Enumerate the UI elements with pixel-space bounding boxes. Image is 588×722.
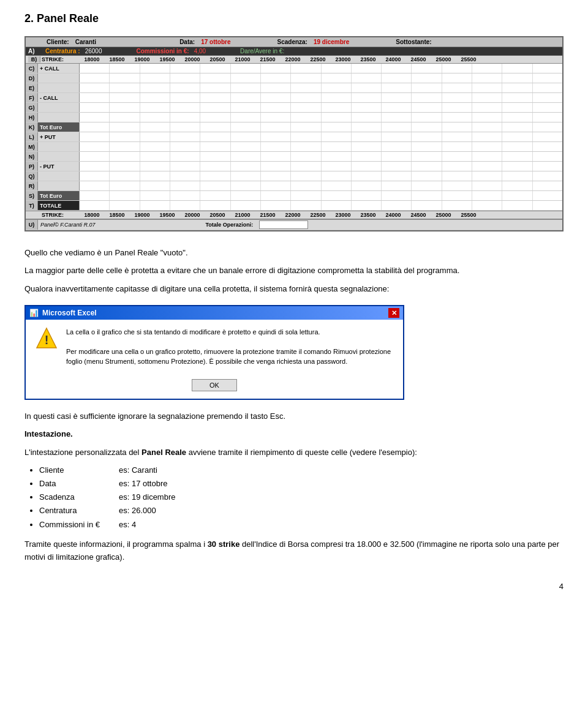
data-cell xyxy=(200,103,230,112)
data-cell xyxy=(170,152,200,161)
sv-23500: 23500 xyxy=(356,56,380,62)
data-cell xyxy=(110,122,140,132)
text3: Qualora inavvertitamente capitasse di di… xyxy=(24,282,564,295)
data-cell xyxy=(352,132,382,141)
data-cell xyxy=(291,201,321,210)
strike-label: STRIKE: xyxy=(42,56,78,62)
text5-after: avviene tramite il riempimento di queste… xyxy=(186,448,417,457)
data-cell xyxy=(140,152,170,161)
data-cell xyxy=(261,152,291,161)
data-cell xyxy=(352,181,382,190)
data-cell xyxy=(322,93,352,102)
data-cell xyxy=(442,132,472,141)
sv-19000: 19000 xyxy=(130,56,154,62)
data-cell xyxy=(231,181,261,190)
data-cell xyxy=(200,162,230,171)
data-cell xyxy=(533,152,562,161)
data-cell xyxy=(110,142,140,151)
data-cell xyxy=(352,152,382,161)
data-cell xyxy=(80,171,110,181)
row-label-cell xyxy=(38,181,80,190)
data-cell xyxy=(352,171,382,181)
data-cell xyxy=(200,122,230,132)
excel-footer-row: U) Panel© F.Caranti R.07 Totale Operazio… xyxy=(26,219,562,230)
data-cell xyxy=(442,73,472,83)
centratura-label: Centratura : xyxy=(45,48,80,55)
data-cells xyxy=(80,201,562,210)
table-row: D) xyxy=(26,73,562,83)
dialog-ok-row: OK xyxy=(26,374,403,399)
data-cell xyxy=(140,122,170,132)
sv-18500: 18500 xyxy=(105,56,129,62)
row-label-cell: TOTALE xyxy=(38,201,80,210)
text2: La maggior parte delle celle è protetta … xyxy=(24,264,564,277)
data-cell xyxy=(291,171,321,181)
data-cell xyxy=(442,171,472,181)
row-label-cell xyxy=(38,142,80,151)
dialog-close-button[interactable]: ✕ xyxy=(388,308,399,318)
data-cell xyxy=(502,191,532,200)
data-cell xyxy=(472,152,502,161)
data-cell xyxy=(291,73,321,83)
data-cell xyxy=(442,103,472,112)
data-cell xyxy=(170,73,200,83)
excel-dialog: 📊 Microsoft Excel ✕ ! La cella o il graf… xyxy=(24,305,404,400)
data-cell xyxy=(231,83,261,92)
data-cell xyxy=(412,132,442,141)
row-letter: M) xyxy=(26,142,38,151)
row-letter: G) xyxy=(26,103,38,112)
data-cell xyxy=(170,93,200,102)
data-cell xyxy=(231,93,261,102)
data-cell xyxy=(322,142,352,151)
table-row: T)TOTALE xyxy=(26,201,562,211)
data-cell xyxy=(502,171,532,181)
data-cell xyxy=(322,73,352,83)
row-label-cell xyxy=(38,73,80,83)
sv-24000: 24000 xyxy=(382,56,405,62)
row-label-cell: Tot Euro xyxy=(38,122,80,132)
data-cell xyxy=(502,113,532,122)
data-cell xyxy=(261,103,291,112)
data-cell xyxy=(412,64,442,73)
panel-copyright: Panel© F.Caranti R.07 xyxy=(40,222,96,228)
data-cell xyxy=(533,132,562,141)
data-cell xyxy=(442,122,472,132)
commissioni-label: Commissioni in €: xyxy=(137,48,189,55)
data-cell xyxy=(382,122,412,132)
list-item-value: es: 17 ottobre xyxy=(119,479,168,488)
data-cell xyxy=(261,83,291,92)
data-cell xyxy=(80,122,110,132)
data-cell xyxy=(322,83,352,92)
cliente-value: Caranti xyxy=(75,39,96,45)
data-cell xyxy=(472,181,502,190)
data-cell xyxy=(80,142,110,151)
dialog-ok-button[interactable]: OK xyxy=(192,379,237,391)
data-cell xyxy=(261,171,291,181)
excel-row-a: A) Centratura : 26000 Commissioni in €: … xyxy=(26,47,562,56)
data-cells xyxy=(80,122,562,132)
sv-21000: 21000 xyxy=(231,56,254,62)
data-cell xyxy=(110,191,140,200)
list-item-value: es: 4 xyxy=(119,520,136,529)
data-cell xyxy=(472,83,502,92)
table-row: K)Tot Euro xyxy=(26,122,562,132)
data-cell xyxy=(502,122,532,132)
data-cell xyxy=(140,142,170,151)
data-cell xyxy=(170,132,200,141)
data-cell xyxy=(80,103,110,112)
data-cell xyxy=(261,181,291,190)
table-row: N) xyxy=(26,152,562,162)
sv-19500: 19500 xyxy=(156,56,179,62)
data-cell xyxy=(80,83,110,92)
data-cell xyxy=(261,201,291,210)
sv-23000: 23000 xyxy=(331,56,355,62)
dialog-titlebar: 📊 Microsoft Excel ✕ xyxy=(26,306,403,320)
data-cell xyxy=(80,132,110,141)
data-cell xyxy=(412,191,442,200)
data-cell xyxy=(533,201,562,210)
data-cell xyxy=(352,93,382,102)
data-cell xyxy=(533,113,562,122)
row-letter: D) xyxy=(26,73,38,83)
dialog-body: ! La cella o il grafico che si sta tenta… xyxy=(26,320,403,374)
totale-operazioni-label: Totale Operazioni: xyxy=(206,222,254,228)
